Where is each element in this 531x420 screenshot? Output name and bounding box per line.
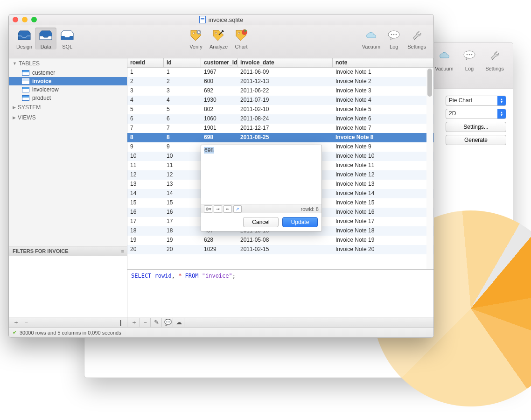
tables-section-header[interactable]: ▼TABLES — [9, 58, 127, 69]
export-icon[interactable]: ⇤ — [224, 205, 232, 213]
analyze-button[interactable]: Analyze — [207, 28, 231, 49]
scrollbar-thumb[interactable] — [427, 69, 432, 97]
col-header-rowid[interactable]: rowid — [127, 58, 164, 67]
chart-type-select[interactable]: Pie Chart ▲▼ — [446, 96, 506, 106]
cell-note: Invoice Note 9 — [333, 142, 433, 152]
titlebar[interactable]: invoice.sqlite — [9, 14, 433, 25]
sql-editor[interactable]: SELECT rowid, * FROM "invoice"; — [127, 269, 433, 317]
gear-dropdown-icon[interactable]: ⚙▾ — [204, 205, 212, 213]
filters-header-label: FILTERS FOR INVOICE — [13, 248, 69, 254]
tray-sql-icon — [59, 28, 75, 42]
cell-invoice-date: 2011-02-10 — [238, 105, 333, 114]
cell-customer-id: 1060 — [201, 114, 238, 124]
cell-rowid: 14 — [127, 189, 164, 198]
svg-point-8 — [238, 32, 240, 34]
cell-note: Invoice Note 8 — [333, 133, 433, 142]
verify-button[interactable]: Verify — [185, 28, 207, 49]
comment-button[interactable]: 💬 — [163, 318, 173, 327]
table-row[interactable]: 558022011-02-10Invoice Note 5 — [127, 105, 433, 114]
table-row[interactable]: 202010292011-02-15Invoice Note 20 — [127, 245, 433, 254]
cell-id: 14 — [164, 189, 201, 198]
cell-note: Invoice Note 13 — [333, 180, 433, 189]
col-header-invoice-date[interactable]: invoice_date — [238, 58, 333, 67]
columns-icon[interactable]: ||| — [115, 318, 125, 327]
svg-point-7 — [215, 32, 217, 34]
sidebar-bottom-bar: ＋ － ||| — [9, 317, 127, 327]
data-button[interactable]: Data — [35, 28, 56, 49]
table-row[interactable]: 7719012011-12-17Invoice Note 7 — [127, 124, 433, 133]
table-row[interactable]: 226002011-12-13Invoice Note 2 — [127, 77, 433, 86]
chart-button[interactable]: Chart — [231, 28, 252, 49]
chart-label: Chart — [235, 44, 248, 49]
cancel-button[interactable]: Cancel — [243, 217, 279, 227]
table-row[interactable]: 886982011-08-25Invoice Note 8 — [127, 133, 433, 142]
sidebar-table-product[interactable]: product — [9, 94, 127, 102]
select-arrows-icon: ▲▼ — [497, 96, 506, 105]
sidebar-table-invoicerow[interactable]: invoicerow — [9, 85, 127, 94]
cell-rowid: 17 — [127, 217, 164, 226]
cell-invoice-date: 2011-08-25 — [238, 133, 333, 142]
cell-rowid: 18 — [127, 226, 164, 236]
table-row[interactable]: 336922011-06-22Invoice Note 3 — [127, 86, 433, 96]
remove-row-button[interactable]: － — [140, 318, 151, 327]
chart-generate-button[interactable]: Generate — [446, 135, 506, 145]
edit-row-button[interactable]: ✎ — [152, 318, 162, 327]
open-external-icon[interactable]: ↗ — [233, 205, 242, 213]
cell-rowid: 8 — [127, 133, 164, 142]
settings-button[interactable]: Settings — [405, 28, 429, 49]
views-section-header[interactable]: ▶VIEWS — [9, 112, 127, 123]
remove-filter-button[interactable]: － — [21, 318, 31, 327]
col-header-note[interactable]: note — [333, 58, 433, 67]
sidebar: ▼TABLES customerinvoiceinvoicerowproduct… — [9, 58, 127, 327]
add-filter-button[interactable]: ＋ — [11, 318, 21, 327]
svg-point-13 — [396, 34, 397, 35]
cell-note: Invoice Note 10 — [333, 152, 433, 161]
cell-rowid: 15 — [127, 198, 164, 208]
cell-edit-rowid-label: rowid: 8 — [300, 206, 319, 212]
import-icon[interactable]: ⇥ — [214, 205, 222, 213]
cloud-button[interactable]: ☁ — [174, 318, 184, 327]
cell-id: 6 — [164, 114, 201, 124]
update-button[interactable]: Update — [282, 217, 318, 227]
data-label: Data — [41, 44, 51, 49]
cell-rowid: 13 — [127, 180, 164, 189]
design-button[interactable]: Design — [14, 28, 35, 49]
menu-lines-icon[interactable]: ≡ — [121, 248, 123, 254]
table-row[interactable]: 4419302011-07-19Invoice Note 4 — [127, 96, 433, 105]
chart-settings-button[interactable]: Settings... — [446, 122, 506, 132]
cell-id: 9 — [164, 142, 201, 152]
col-header-id[interactable]: id — [164, 58, 201, 67]
sidebar-table-customer[interactable]: customer — [9, 69, 127, 77]
zoom-window-icon[interactable] — [31, 17, 37, 22]
tag-chart-icon — [233, 28, 249, 42]
settings-button-back[interactable]: Settings — [482, 46, 507, 89]
log-button[interactable]: Log — [383, 28, 405, 49]
table-row[interactable]: 19196282011-05-08Invoice Note 19 — [127, 236, 433, 245]
system-section-header[interactable]: ▶SYSTEM — [9, 102, 127, 112]
cell-customer-id: 600 — [201, 77, 238, 86]
col-header-customer-id[interactable]: customer_id — [201, 58, 238, 67]
table-row[interactable]: 1119672011-06-09Invoice Note 1 — [127, 68, 433, 77]
svg-point-11 — [391, 34, 392, 35]
vacuum-button[interactable]: Vacuum — [359, 28, 384, 49]
filters-header[interactable]: FILTERS FOR INVOICE ≡ — [9, 246, 127, 256]
minimize-window-icon[interactable] — [22, 17, 28, 22]
close-window-icon[interactable] — [13, 17, 18, 22]
vertical-scrollbar[interactable] — [426, 68, 433, 269]
cell-note: Invoice Note 2 — [333, 77, 433, 86]
cell-id: 3 — [164, 86, 201, 96]
log-button-back[interactable]: Log — [457, 46, 482, 89]
sql-label: SQL — [62, 44, 72, 49]
cell-edit-textarea[interactable]: 698 — [201, 145, 321, 204]
chart-type-value: Pie Chart — [446, 96, 497, 105]
vacuum-button-back[interactable]: Vacuum — [432, 46, 457, 89]
sidebar-table-label: customer — [32, 70, 55, 76]
grid-header-row: rowid id customer_id invoice_date note — [127, 58, 433, 68]
sidebar-table-invoice[interactable]: invoice — [9, 77, 127, 85]
sql-button[interactable]: SQL — [56, 28, 78, 49]
table-row[interactable]: 6610602011-08-24Invoice Note 6 — [127, 114, 433, 124]
cell-customer-id: 1901 — [201, 124, 238, 133]
sidebar-table-label: invoice — [32, 78, 51, 84]
chart-dimension-select[interactable]: 2D ▲▼ — [446, 109, 506, 119]
add-row-button[interactable]: ＋ — [129, 318, 140, 327]
